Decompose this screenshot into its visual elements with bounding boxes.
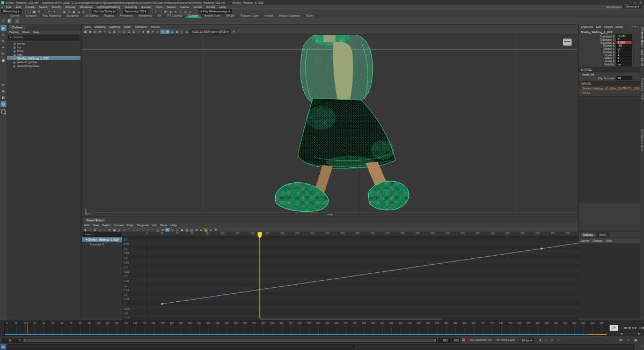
channel-box-display-icons[interactable]: ≡▾◻ <box>631 25 639 28</box>
outliner-item-top[interactable]: ◪top <box>7 45 80 49</box>
input-node-shelby-walking-v2-60fps-output2-1000-alembicnode[interactable]: Shelby_Walking_v2_60fps_OUTPUT2_1000_Ale… <box>579 86 640 91</box>
shelf-tab-mash[interactable]: MASH <box>224 14 238 18</box>
shelf-tab-motion-graphics[interactable]: Motion Graphics <box>276 14 303 18</box>
auto-keyframe-toggle[interactable]: ⊙ <box>550 338 554 342</box>
play-forward-button[interactable]: ▶ <box>634 325 637 331</box>
key-metamessage-button[interactable]: A Key Metamessage ▾ <box>198 9 232 14</box>
channel-value-field[interactable]: on <box>616 63 632 66</box>
menu-edit[interactable]: Edit <box>13 5 23 9</box>
channel-box-menu-channels[interactable]: Channels <box>581 25 594 28</box>
shelf-item-2[interactable]: ◬ <box>14 18 20 24</box>
textured-icon[interactable]: ▩ <box>146 29 150 34</box>
channel-value-field[interactable]: on <box>616 76 632 80</box>
dope-sheet-shortcut-icon[interactable]: ▦ <box>633 338 638 342</box>
exposure-icon[interactable]: ◉ <box>175 29 179 34</box>
help-line-menu-icon[interactable]: ≡ <box>641 345 643 348</box>
menu-help[interactable]: Help <box>217 5 228 9</box>
menu-select[interactable]: Select <box>37 5 50 9</box>
graph-tree-node-selected[interactable]: ▾ Shelby_Walking_1_620 <box>82 237 122 242</box>
use-all-lights-icon[interactable]: ☀ <box>151 29 155 34</box>
persp-outliner-layout[interactable]: ◧ <box>1 95 6 101</box>
character-wireframe-mesh[interactable] <box>82 35 578 218</box>
outliner-menu-help[interactable]: Help <box>33 31 39 34</box>
shelf-tab-rigging[interactable]: Rigging <box>101 14 117 18</box>
shelf-tab-fx[interactable]: FX <box>155 14 165 18</box>
outliner-menu-display[interactable]: Display <box>9 31 19 34</box>
right-tab-modeling-toolkit[interactable]: Modeling Toolkit <box>641 78 644 102</box>
persp-graph-layout[interactable]: ◫ <box>1 101 6 107</box>
command-line-input[interactable] <box>8 344 355 350</box>
resolution-gate-icon[interactable]: ▭ <box>117 29 121 34</box>
new-scene-icon[interactable]: ▢ <box>27 10 32 14</box>
layer-editor-menu-layers[interactable]: Layers <box>581 239 589 242</box>
channel-box-menu-object[interactable]: Object <box>604 25 612 28</box>
graph-tree-channel[interactable]: Translate Z <box>82 242 122 247</box>
time-slider[interactable]: 0102030405060708090100110120130140150160… <box>0 321 644 336</box>
menu-windows[interactable]: Windows <box>78 5 95 9</box>
shelf-tab-arnold-user[interactable]: Arnold_User <box>202 14 224 18</box>
camera-lock-icon[interactable]: ▣ <box>83 29 87 34</box>
fps-selector[interactable]: 60 fps ▾ <box>519 338 534 343</box>
script-language-toggle[interactable]: M <box>1 344 6 349</box>
menu-render[interactable]: Render <box>139 5 153 9</box>
outliner-search-input[interactable]: Search... <box>8 35 79 40</box>
viewport-menu-show[interactable]: Show <box>123 25 131 28</box>
outliner-panel-tab[interactable]: Outliner <box>8 25 26 29</box>
graph-menu-show[interactable]: Show <box>160 224 167 227</box>
graph-menu-tangents[interactable]: Tangents <box>136 224 149 227</box>
menu-arnold[interactable]: Arnold <box>204 5 217 9</box>
zoom-tool-icon[interactable] <box>1 109 6 114</box>
symmetry-selector[interactable]: Symmetry: Off ▾ <box>123 9 148 14</box>
menu-lighting-shading[interactable]: Lighting/Shading <box>94 5 122 9</box>
layer-editor-menu-help[interactable]: Help <box>606 239 612 242</box>
time-slider-ruler[interactable]: 0102030405060708090100110120130140150160… <box>4 322 609 336</box>
shaded-icon[interactable]: ● <box>141 29 145 34</box>
cache-options-icon[interactable]: ▯ <box>544 338 548 342</box>
window-control-[interactable]: □ <box>634 1 636 4</box>
menu-toon[interactable]: Toon <box>153 5 165 9</box>
menu-create[interactable]: Create <box>23 5 36 9</box>
channel-row[interactable]: Flip Normals on <box>579 77 640 80</box>
channel-box-menu-show[interactable]: Show <box>615 25 623 28</box>
shelf-tab-fx-caching[interactable]: FX Caching <box>165 14 186 18</box>
menu-display[interactable]: Display <box>63 5 78 9</box>
cached-playback-toggle[interactable]: ▮ <box>538 338 543 342</box>
select-tool[interactable]: ➤ <box>1 25 6 31</box>
window-control-[interactable]: ─ <box>629 1 631 4</box>
move-tool[interactable]: + <box>1 44 6 50</box>
time-editor-shortcut-icon[interactable]: ▤ <box>618 338 623 342</box>
toon-icon[interactable]: ◈ <box>188 10 192 14</box>
graph-menu-view[interactable]: View <box>93 224 99 227</box>
isolate-select-icon[interactable]: ◎ <box>107 29 112 34</box>
shelf-tab-xgen[interactable]: XGen <box>303 14 317 18</box>
graph-playhead-marker[interactable] <box>258 232 262 239</box>
menu-texturing[interactable]: Texturing <box>122 5 140 9</box>
safe-action-icon[interactable]: ⊡ <box>127 29 131 34</box>
viewport-menu-view[interactable]: View <box>84 25 91 28</box>
window-control-[interactable]: ✕ <box>639 1 642 4</box>
snap-point-icon[interactable]: ◉ <box>72 10 76 14</box>
exposure-menu-icon[interactable]: ▾ <box>231 29 236 34</box>
menu-modify[interactable]: Modify <box>50 5 63 9</box>
viewport-menu-shading[interactable]: Shading <box>94 25 106 28</box>
step-back-frame-button[interactable]: ◀| <box>628 325 631 331</box>
ipr-render-icon[interactable]: ◑ <box>159 10 163 14</box>
graph-menu-edit[interactable]: Edit <box>84 224 90 227</box>
no-live-surface-button[interactable]: No Live Surface <box>92 9 117 14</box>
outliner-item-defaultobjectset[interactable]: ◉defaultObjectSet <box>7 64 80 68</box>
shelf-tab-poly-modeling[interactable]: Poly Modeling <box>40 14 64 18</box>
range-slider[interactable] <box>23 338 437 343</box>
graph-menu-keys[interactable]: Keys <box>127 224 133 227</box>
outliner-item-shelby-walking-1-620[interactable]: +Shelby_Walking_1_620 <box>7 56 80 60</box>
paint-effects-icon[interactable]: ◪ <box>183 10 187 14</box>
wireframe-icon[interactable]: ◇ <box>136 29 141 34</box>
graph-editor-canvas[interactable]: 0204060801001201401601802002202402602803… <box>122 232 579 318</box>
layer-editor-menu-options[interactable]: Options <box>592 239 603 242</box>
field-chart-icon[interactable]: ⊞ <box>112 29 116 34</box>
shelf-tab-uv-editing[interactable]: UV Editing <box>82 14 101 18</box>
ambient-occlusion-icon[interactable]: ◑ <box>160 29 165 34</box>
menu-stereo[interactable]: Stereo <box>165 5 178 9</box>
shelf-tab-custom[interactable]: Custom <box>186 14 202 18</box>
menu-cache[interactable]: Cache <box>178 5 192 9</box>
right-tab-attribute-editor[interactable]: Attribute Editor <box>641 129 644 151</box>
